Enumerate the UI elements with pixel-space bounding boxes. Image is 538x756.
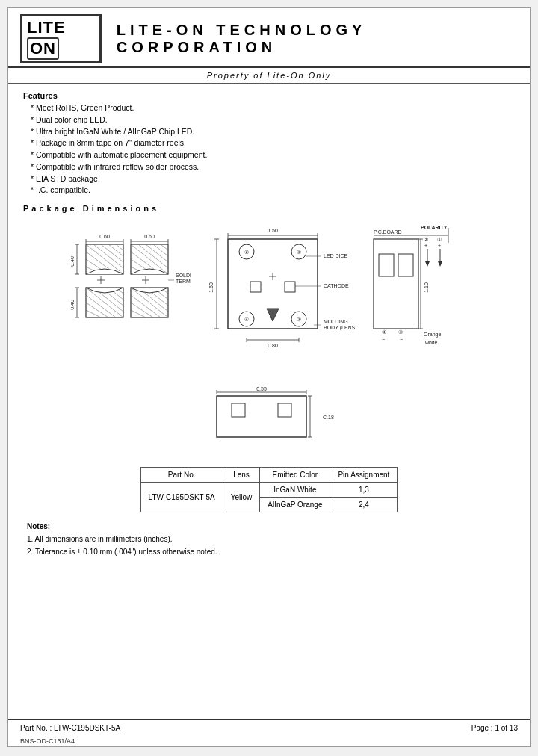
svg-text:②: ② <box>244 250 249 255</box>
svg-text:MOLDING: MOLDING <box>324 319 348 324</box>
table-cell-pin1: 1,3 <box>330 483 398 498</box>
svg-text:−: − <box>382 337 385 342</box>
svg-text:Orange: Orange <box>424 332 441 338</box>
svg-text:0.40: 0.40 <box>71 300 75 310</box>
svg-rect-123 <box>278 403 291 417</box>
table-header-pin: Pin Assignment <box>330 468 398 483</box>
footer-page-info: Page : 1 of 13 <box>471 724 518 732</box>
table-header-lens: Lens <box>223 468 260 483</box>
doc-id: BNS-OD-C131/A4 <box>8 736 530 746</box>
features-title: Features <box>23 91 515 100</box>
svg-rect-104 <box>374 239 418 329</box>
list-item: * Compatible with infrared reflow solder… <box>31 161 515 173</box>
svg-text:LED DICE: LED DICE <box>324 253 348 258</box>
table-header-color: Emitted Color <box>260 468 330 483</box>
svg-marker-101 <box>425 261 430 267</box>
svg-text:③: ③ <box>297 250 301 255</box>
svg-text:④: ④ <box>382 329 386 335</box>
svg-marker-103 <box>438 261 442 267</box>
svg-rect-79 <box>285 282 295 292</box>
document-page: LITEON LITE-ON TECHNOLOGY CORPORATION Pr… <box>7 7 531 747</box>
polarity-diagram: P.C.BOARD POLARITY ② ① + + <box>370 220 467 370</box>
package-title: Package Dimensions <box>23 204 515 213</box>
list-item: * EIA STD package. <box>31 173 515 185</box>
front-view-diagram: 0.60 0.60 <box>71 220 191 355</box>
svg-text:C.18: C.18 <box>323 415 334 420</box>
table-cell-partno: LTW-C195DSKT-5A <box>140 483 223 512</box>
svg-text:+: + <box>424 243 427 248</box>
table-row: LTW-C195DSKT-5A Yellow InGaN White 1,3 <box>140 483 398 498</box>
content-area: Features * Meet RoHS, Green Product. * D… <box>8 84 530 719</box>
table-cell-lens: Yellow <box>223 483 260 512</box>
svg-text:CATHODE: CATHODE <box>324 283 349 288</box>
list-item: * Ultra bright InGaN White / AlInGaP Chi… <box>31 126 515 138</box>
diagrams-area: 0.60 0.60 <box>23 220 515 370</box>
footer-part-number: Part No. : LTW-C195DSKT-5A <box>20 724 120 732</box>
table-section: Part No. Lens Emitted Color Pin Assignme… <box>23 467 515 512</box>
svg-text:+: + <box>438 243 441 248</box>
svg-text:1.60: 1.60 <box>208 282 214 293</box>
svg-text:③: ③ <box>398 329 403 335</box>
svg-line-21 <box>153 244 168 256</box>
svg-line-13 <box>116 244 123 250</box>
svg-line-52 <box>131 295 161 317</box>
component-table: Part No. Lens Emitted Color Pin Assignme… <box>140 467 398 512</box>
company-logo: LITEON <box>20 14 102 63</box>
svg-text:POLARITY: POLARITY <box>421 225 448 230</box>
svg-line-43 <box>86 295 116 317</box>
svg-rect-109 <box>379 254 394 276</box>
company-title: LITE-ON TECHNOLOGY CORPORATION <box>117 22 518 56</box>
svg-line-10 <box>93 244 123 268</box>
svg-text:white: white <box>424 340 437 345</box>
table-cell-color2: AlInGaP Orange <box>260 498 330 512</box>
svg-text:TERMINAL: TERMINAL <box>176 279 191 284</box>
list-item: * Meet RoHS, Green Product. <box>31 102 515 114</box>
svg-text:0.80: 0.80 <box>268 343 278 348</box>
svg-text:0.55: 0.55 <box>256 386 267 391</box>
svg-line-44 <box>86 303 108 317</box>
header: LITEON LITE-ON TECHNOLOGY CORPORATION <box>8 8 530 68</box>
svg-rect-78 <box>250 282 261 292</box>
svg-text:−: − <box>400 337 403 342</box>
table-cell-color1: InGaN White <box>260 483 330 498</box>
svg-text:②: ② <box>424 237 428 242</box>
svg-text:1.10: 1.10 <box>424 282 429 293</box>
svg-text:0.40: 0.40 <box>71 256 75 267</box>
svg-rect-121 <box>217 396 306 437</box>
svg-text:1.50: 1.50 <box>268 228 278 233</box>
list-item: * Compatible with automatic placement eq… <box>31 149 515 161</box>
svg-line-20 <box>146 244 168 262</box>
bottom-diagram: 0.55 C.18 <box>23 385 515 452</box>
cross-section-diagram: 1.50 ② ③ LED DICE CATHODE 1. <box>205 220 355 370</box>
svg-line-12 <box>108 244 123 256</box>
list-item: * Dual color chip LED. <box>31 114 515 126</box>
svg-rect-110 <box>398 254 413 276</box>
svg-line-19 <box>138 244 168 268</box>
svg-text:P.C.BOARD: P.C.BOARD <box>374 229 402 235</box>
notes-title: Notes: <box>27 520 515 533</box>
svg-line-22 <box>161 244 168 250</box>
svg-marker-80 <box>267 309 279 321</box>
table-cell-pin2: 2,4 <box>330 498 398 512</box>
logo-area: LITEON LITE-ON TECHNOLOGY CORPORATION <box>20 14 518 63</box>
list-item: * I.C. compatible. <box>31 185 515 196</box>
svg-text:④: ④ <box>244 317 249 322</box>
notes-section: Notes: 1. All dimensions are in millimet… <box>23 520 515 558</box>
subtitle: Property of Lite-On Only <box>8 68 530 84</box>
svg-text:0.60: 0.60 <box>144 234 155 239</box>
svg-text:SOLDERING: SOLDERING <box>176 273 191 278</box>
table-header-partno: Part No. <box>140 468 223 483</box>
top-view-diagram: 0.55 C.18 <box>187 385 351 452</box>
note-1: 1. All dimensions are in millimeters (in… <box>27 533 515 545</box>
svg-line-11 <box>101 244 123 262</box>
svg-text:0.60: 0.60 <box>99 234 110 239</box>
svg-text:①: ① <box>437 237 442 242</box>
footer: Part No. : LTW-C195DSKT-5A Page : 1 of 1… <box>8 719 530 736</box>
svg-text:③: ③ <box>297 317 301 322</box>
svg-text:BODY (LENS): BODY (LENS) <box>324 325 355 331</box>
features-list: * Meet RoHS, Green Product. * Dual color… <box>31 102 515 196</box>
list-item: * Package in 8mm tape on 7" diameter ree… <box>31 137 515 149</box>
svg-rect-122 <box>232 403 245 417</box>
note-2: 2. Tolerance is ± 0.10 mm (.004") unless… <box>27 545 515 558</box>
svg-line-53 <box>131 303 153 317</box>
